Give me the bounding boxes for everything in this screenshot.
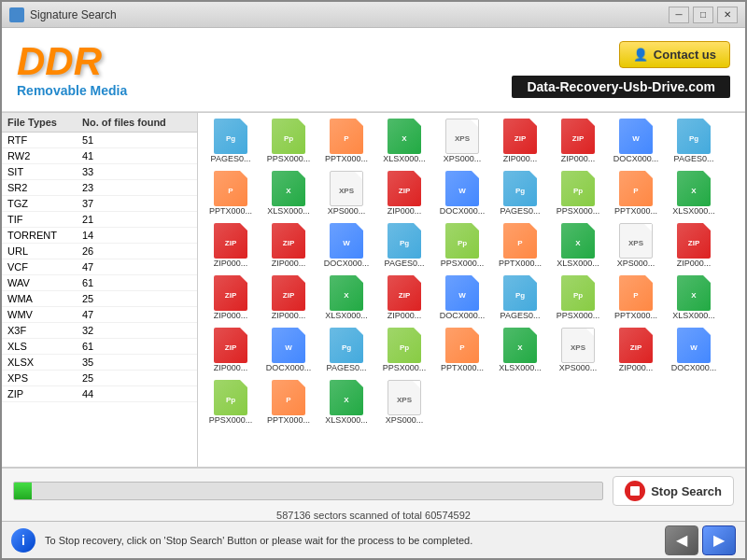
file-item[interactable]: Pp PPSX000... — [260, 117, 317, 165]
file-item[interactable]: X XLSX000... — [375, 117, 433, 165]
file-count: 37 — [82, 198, 191, 209]
file-item[interactable]: Pg PAGES0... — [202, 117, 260, 165]
file-item[interactable]: W DOCX000... — [260, 326, 317, 374]
file-row[interactable]: URL26 — [2, 244, 197, 259]
maximize-button[interactable]: □ — [693, 7, 713, 23]
file-item[interactable]: X XLSX000... — [260, 169, 317, 217]
file-row[interactable]: RW241 — [2, 148, 197, 164]
file-item[interactable]: P PPTX000... — [202, 169, 260, 217]
contact-button[interactable]: 👤 Contact us — [619, 41, 730, 68]
file-item-label: XLSX000... — [557, 259, 599, 268]
file-item-label: PPTX000... — [441, 363, 484, 372]
file-item[interactable]: ZIP ZIP000... — [375, 273, 433, 322]
file-item[interactable]: X XLSX000... — [317, 378, 375, 427]
website-banner: Data-Recovery-Usb-Drive.com — [512, 76, 730, 98]
file-row[interactable]: VCF47 — [2, 259, 197, 275]
pptx-icon: P — [618, 275, 654, 311]
close-button[interactable]: ✕ — [717, 7, 738, 23]
ppsx-icon: Pp — [560, 275, 596, 311]
file-item[interactable]: XPS XPS000... — [433, 117, 491, 165]
zip-icon: ZIP — [271, 223, 306, 259]
file-item[interactable]: Pg PAGES0... — [375, 221, 433, 270]
file-item[interactable]: ZIP ZIP000... — [260, 221, 317, 270]
file-row[interactable]: TORRENT14 — [2, 228, 197, 244]
file-item-label: PPSX000... — [383, 363, 427, 372]
file-item-label: PAGES0... — [385, 259, 425, 268]
file-item-label: PPTX000... — [614, 311, 657, 320]
ppsx-icon: Pp — [444, 223, 480, 259]
stop-search-button[interactable]: Stop Search — [613, 476, 734, 506]
file-item[interactable]: ZIP ZIP000... — [549, 117, 607, 165]
file-item[interactable]: Pp PPSX000... — [549, 169, 607, 217]
file-row[interactable]: TGZ37 — [2, 196, 197, 212]
file-row[interactable]: RTF51 — [2, 133, 197, 148]
file-item[interactable]: Pg PAGES0... — [491, 169, 549, 217]
file-row[interactable]: XLSX35 — [2, 355, 197, 371]
file-item[interactable]: ZIP ZIP000... — [202, 326, 260, 374]
file-row[interactable]: SR223 — [2, 180, 197, 196]
file-type: XLSX — [7, 357, 82, 368]
back-button[interactable]: ◀ — [665, 525, 698, 555]
minimize-button[interactable]: ─ — [669, 7, 689, 23]
file-table-body[interactable]: RTF51RW241SIT33SR223TGZ37TIF21TORRENT14U… — [2, 133, 197, 467]
file-item[interactable]: Pg PAGES0... — [491, 273, 549, 322]
file-item[interactable]: P PPTX000... — [607, 273, 665, 322]
file-item-label: XPS000... — [386, 415, 424, 425]
contact-label: Contact us — [654, 48, 716, 62]
file-item[interactable]: ZIP ZIP000... — [665, 221, 723, 270]
file-item-label: PPTX000... — [499, 259, 542, 268]
xlsx-icon: X — [676, 171, 712, 206]
file-item[interactable]: X XLSX000... — [317, 273, 375, 322]
file-item[interactable]: P PPTX000... — [317, 117, 375, 165]
file-row[interactable]: WMV47 — [2, 307, 197, 323]
file-item-label: PAGES0... — [674, 154, 714, 163]
file-grid[interactable]: Pg PAGES0... Pp PPSX000... P PPTX000... — [198, 113, 745, 467]
file-item[interactable]: Pp PPSX000... — [375, 326, 433, 374]
file-row[interactable]: XLS61 — [2, 339, 197, 355]
file-item[interactable]: Pp PPSX000... — [549, 273, 607, 322]
file-item[interactable]: X XLSX000... — [665, 273, 723, 322]
file-row[interactable]: XPS25 — [2, 371, 197, 386]
file-item[interactable]: X XLSX000... — [665, 169, 723, 217]
file-row[interactable]: TIF21 — [2, 212, 197, 228]
file-item[interactable]: ZIP ZIP000... — [375, 169, 433, 217]
file-item[interactable]: X XLSX000... — [549, 221, 607, 270]
file-item[interactable]: P PPTX000... — [433, 326, 491, 374]
file-item[interactable]: XPS XPS000... — [317, 169, 375, 217]
file-item[interactable]: ZIP ZIP000... — [202, 221, 260, 270]
file-item[interactable]: P PPTX000... — [607, 169, 665, 217]
logo-ddr: DDR — [17, 42, 102, 81]
file-item[interactable]: ZIP ZIP000... — [491, 117, 549, 165]
file-item[interactable]: Pp PPSX000... — [433, 221, 491, 270]
file-item[interactable]: ZIP ZIP000... — [607, 326, 665, 374]
file-item[interactable]: Pg PAGES0... — [665, 117, 723, 165]
forward-button[interactable]: ▶ — [702, 525, 736, 555]
pages-icon: Pg — [502, 171, 538, 206]
file-item[interactable]: W DOCX000... — [433, 273, 491, 322]
file-item[interactable]: W DOCX000... — [433, 169, 491, 217]
file-item[interactable]: ZIP ZIP000... — [202, 273, 260, 322]
file-item[interactable]: P PPTX000... — [260, 378, 317, 427]
file-row[interactable]: WAV61 — [2, 275, 197, 291]
file-item[interactable]: W DOCX000... — [665, 326, 723, 374]
file-item[interactable]: XPS XPS000... — [549, 326, 607, 374]
title-bar-left: Signature Search — [9, 7, 117, 22]
file-item[interactable]: Pp PPSX000... — [202, 378, 260, 427]
file-item[interactable]: XPS XPS000... — [375, 378, 433, 427]
file-count: 35 — [82, 357, 191, 368]
file-item[interactable]: Pg PAGES0... — [317, 326, 375, 374]
file-item[interactable]: W DOCX000... — [317, 221, 375, 270]
file-item[interactable]: P PPTX000... — [491, 221, 549, 270]
file-item[interactable]: XPS XPS000... — [607, 221, 665, 270]
file-count: 25 — [82, 293, 191, 304]
file-row[interactable]: ZIP44 — [2, 386, 197, 402]
file-row[interactable]: SIT33 — [2, 164, 197, 180]
file-item-label: XLSX000... — [325, 415, 368, 425]
file-item[interactable]: ZIP ZIP000... — [260, 273, 317, 322]
file-item[interactable]: X XLSX000... — [491, 326, 549, 374]
file-item[interactable]: W DOCX000... — [607, 117, 665, 165]
file-item-label: XLSX000... — [672, 206, 715, 216]
file-row[interactable]: X3F32 — [2, 323, 197, 339]
file-count: 47 — [82, 261, 191, 273]
file-row[interactable]: WMA25 — [2, 291, 197, 307]
